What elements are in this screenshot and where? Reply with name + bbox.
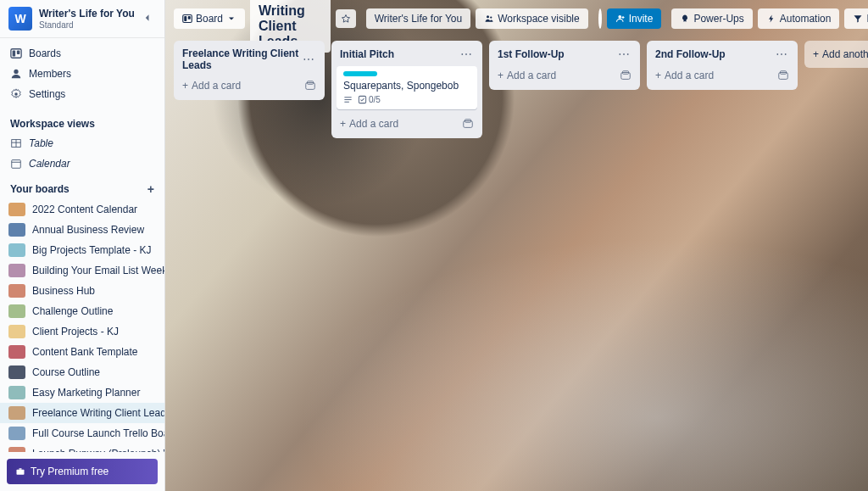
add-card-label: Add a card (349, 118, 398, 130)
sidebar-board-item[interactable]: 2022 Content Calendar (0, 199, 164, 220)
board-canvas[interactable]: Freelance Writing Client Leads⋯+Add a ca… (165, 37, 868, 491)
sidebar-board-item[interactable]: Launch Runway (Prelaunch) W… (0, 444, 164, 452)
list-title[interactable]: 2nd Follow-Up (655, 48, 774, 60)
nav-members[interactable]: Members (0, 64, 164, 84)
view-switcher[interactable]: Board (174, 8, 245, 29)
sidebar-board-item[interactable]: Annual Business Review (0, 220, 164, 240)
sidebar-board-item[interactable]: Full Course Launch Trello Board (0, 423, 164, 444)
board-item-label: Big Projects Template - KJ (32, 244, 152, 256)
sidebar-board-item[interactable]: Big Projects Template - KJ (0, 240, 164, 260)
add-card-label: Add a card (665, 70, 714, 81)
template-icon[interactable] (777, 70, 789, 81)
list-menu-button[interactable]: ⋯ (616, 47, 632, 61)
board-item-label: 2022 Content Calendar (32, 204, 137, 215)
premium-label: Try Premium free (31, 466, 108, 477)
board-thumb-icon (8, 427, 25, 440)
nav-section: Boards Members Settings (0, 38, 164, 109)
card[interactable]: Squarepants, Spongebob0/5 (337, 66, 477, 109)
board-item-label: Freelance Writing Client Leads (32, 407, 164, 419)
template-icon[interactable] (620, 70, 632, 81)
add-user-icon (615, 14, 626, 24)
board-item-label: Client Projects - KJ (32, 326, 119, 338)
list-title[interactable]: 1st Follow-Up (498, 48, 616, 60)
add-list-label: Add another list (822, 48, 868, 60)
add-card-button[interactable]: +Add a card (179, 76, 320, 95)
sidebar-board-item[interactable]: Challenge Outline (0, 301, 164, 321)
board-thumb-icon (8, 203, 25, 216)
board-item-label: Full Course Launch Trello Board (32, 427, 164, 439)
list-menu-button[interactable]: ⋯ (459, 47, 474, 61)
add-card-button[interactable]: +Add a card (494, 66, 635, 85)
powerups-button[interactable]: Power-Ups (671, 8, 752, 29)
sidebar-board-item[interactable]: Freelance Writing Client Leads (0, 403, 164, 423)
chevron-down-icon (226, 14, 236, 24)
sidebar-board-item[interactable]: Course Outline (0, 362, 164, 382)
star-button[interactable] (336, 9, 356, 28)
nav-calendar[interactable]: Calendar (0, 153, 164, 174)
nav-label: Boards (29, 47, 154, 59)
nav-label: Calendar (29, 158, 154, 170)
nav-settings[interactable]: Settings (0, 84, 164, 104)
filter-icon (853, 14, 863, 24)
card-badges: 0/5 (343, 95, 470, 104)
star-icon (341, 14, 351, 24)
collapse-sidebar-button[interactable] (139, 9, 156, 29)
workspace-button[interactable]: Writer's Life for You (366, 8, 470, 29)
board-thumb-icon (8, 243, 25, 257)
invite-button[interactable]: Invite (607, 8, 662, 29)
visibility-button[interactable]: Workspace visible (476, 8, 587, 29)
svg-rect-2 (17, 51, 20, 54)
filter-button[interactable]: Filter (844, 8, 868, 29)
sidebar-board-item[interactable]: Business Hub (0, 281, 164, 301)
board-thumb-icon (8, 325, 25, 338)
list-title[interactable]: Initial Pitch (340, 48, 459, 60)
svg-rect-13 (188, 16, 191, 20)
board-item-label: Annual Business Review (32, 224, 144, 236)
automation-button[interactable]: Automation (758, 8, 840, 29)
board-thumb-icon (8, 284, 25, 298)
add-board-button[interactable]: + (147, 182, 154, 196)
sidebar-board-item[interactable]: Building Your Email List Weekl… (0, 260, 164, 281)
member-avatar[interactable] (598, 8, 602, 29)
automation-label: Automation (780, 13, 832, 25)
people-icon (484, 14, 494, 24)
sidebar-board-item[interactable]: Content Bank Template (0, 342, 164, 362)
bolt-icon (766, 14, 776, 24)
description-icon (343, 95, 353, 104)
members-icon (10, 68, 22, 80)
section-workspace-views: Workspace views (0, 109, 164, 133)
template-icon[interactable] (304, 80, 316, 92)
list: Freelance Writing Client Leads⋯+Add a ca… (174, 41, 325, 100)
plus-icon: + (655, 70, 661, 81)
list-title[interactable]: Freelance Writing Client Leads (182, 47, 301, 71)
board-thumb-icon (8, 223, 25, 237)
list-menu-button[interactable]: ⋯ (774, 47, 789, 61)
nav-label: Members (29, 68, 154, 80)
view-label: Board (196, 13, 223, 25)
board-icon (182, 14, 192, 24)
template-icon[interactable] (462, 118, 474, 130)
board-thumb-icon (8, 345, 25, 359)
svg-point-3 (14, 70, 18, 74)
boards-list: 2022 Content CalendarAnnual Business Rev… (0, 199, 164, 452)
table-icon (10, 137, 22, 149)
sidebar-board-item[interactable]: Client Projects - KJ (0, 321, 164, 342)
try-premium-button[interactable]: Try Premium free (7, 459, 158, 484)
nav-label: Table (29, 137, 154, 149)
sidebar-board-item[interactable]: Easy Marketing Planner (0, 382, 164, 403)
calendar-icon (10, 158, 22, 170)
nav-boards[interactable]: Boards (0, 43, 164, 64)
powerups-label: Power-Ups (693, 13, 743, 25)
add-list-button[interactable]: +Add another list (804, 41, 868, 68)
svg-rect-8 (12, 160, 21, 169)
add-card-button[interactable]: +Add a card (337, 114, 477, 133)
add-card-button[interactable]: +Add a card (652, 66, 793, 85)
svg-point-4 (14, 92, 18, 96)
list-menu-button[interactable]: ⋯ (301, 53, 316, 66)
board-thumb-icon (8, 304, 25, 318)
nav-table[interactable]: Table (0, 133, 164, 153)
your-boards-title: Your boards (10, 183, 70, 195)
board-item-label: Building Your Email List Weekl… (32, 265, 164, 276)
sidebar: W Writer's Life for You Standard Boards … (0, 0, 165, 491)
rocket-icon (680, 14, 690, 24)
